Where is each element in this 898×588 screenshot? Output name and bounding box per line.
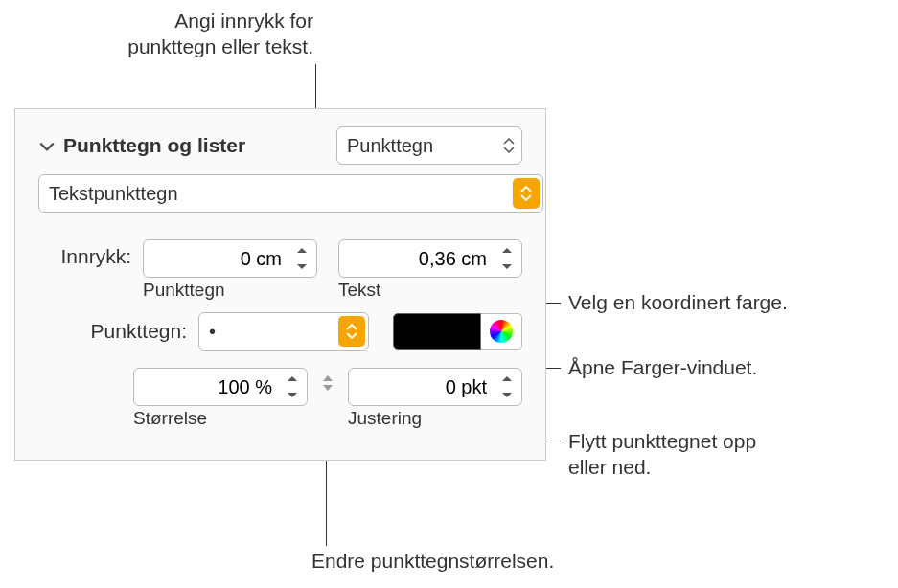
indent-bullet-sublabel: Punkttegn bbox=[143, 280, 317, 301]
callout-color-swatch: Velg en koordinert farge. bbox=[568, 289, 788, 315]
list-style-select[interactable]: Punkttegn bbox=[336, 126, 522, 165]
alignment-group: Justering bbox=[348, 368, 522, 429]
callout-alignment: Flytt punkttegnet oppeller ned. bbox=[568, 428, 756, 481]
callout-size: Endre punkttegnstørrelsen. bbox=[311, 548, 554, 574]
stepper-arrows-icon[interactable] bbox=[282, 372, 303, 402]
bullet-char-select[interactable]: • bbox=[198, 312, 369, 351]
stepper-arrows-icon[interactable] bbox=[496, 372, 518, 402]
alignment-value[interactable] bbox=[349, 376, 493, 398]
dropdown-toggle-icon bbox=[338, 316, 365, 347]
callout-color-wheel: Åpne Farger-vinduet. bbox=[568, 354, 757, 380]
color-swatch-button[interactable] bbox=[393, 313, 481, 350]
updown-arrows-icon bbox=[502, 137, 516, 154]
color-wheel-icon bbox=[490, 320, 513, 343]
stepper-arrows-icon[interactable] bbox=[496, 243, 518, 274]
indent-text-stepper[interactable] bbox=[338, 239, 522, 278]
size-value[interactable] bbox=[134, 376, 278, 398]
indent-bullet-stepper[interactable] bbox=[143, 239, 317, 278]
indent-text-value[interactable] bbox=[339, 248, 493, 270]
disclosure-chevron-icon[interactable] bbox=[38, 137, 56, 154]
header-label: Punkttegn og lister bbox=[63, 134, 245, 157]
indent-bullet-group: Punkttegn bbox=[143, 239, 317, 301]
indent-text-group: Tekst bbox=[338, 239, 522, 301]
dropdown-toggle-icon bbox=[513, 178, 540, 209]
indent-text-sublabel: Tekst bbox=[338, 280, 522, 301]
vertical-arrows-icon bbox=[317, 373, 338, 393]
color-controls bbox=[393, 313, 522, 350]
color-wheel-button[interactable] bbox=[481, 313, 522, 350]
size-align-row: Størrelse Justering bbox=[38, 368, 522, 429]
size-group: Størrelse bbox=[133, 368, 308, 429]
alignment-stepper[interactable] bbox=[348, 368, 522, 406]
size-stepper[interactable] bbox=[133, 368, 308, 406]
header-row: Punkttegn og lister Punkttegn bbox=[38, 126, 522, 165]
size-sublabel: Størrelse bbox=[133, 408, 308, 429]
indent-label: Innrykk: bbox=[38, 239, 143, 268]
text-bullets-select[interactable]: Tekstpunkttegn bbox=[38, 174, 543, 213]
bullet-char-label: Punkttegn: bbox=[38, 320, 198, 343]
bullet-char-value: • bbox=[209, 321, 216, 343]
text-bullets-value: Tekstpunkttegn bbox=[49, 183, 178, 205]
stepper-arrows-icon[interactable] bbox=[291, 243, 312, 274]
indent-bullet-value[interactable] bbox=[144, 248, 288, 270]
bullet-char-row: Punkttegn: • bbox=[38, 312, 522, 351]
list-style-value: Punkttegn bbox=[347, 135, 433, 157]
callout-indent: Angi innrykk forpunkttegn eller tekst. bbox=[45, 8, 313, 60]
alignment-sublabel: Justering bbox=[348, 408, 522, 429]
indent-row: Innrykk: Punkttegn bbox=[38, 239, 522, 301]
bullets-lists-panel: Punkttegn og lister Punkttegn Tekstpunkt… bbox=[14, 108, 546, 461]
